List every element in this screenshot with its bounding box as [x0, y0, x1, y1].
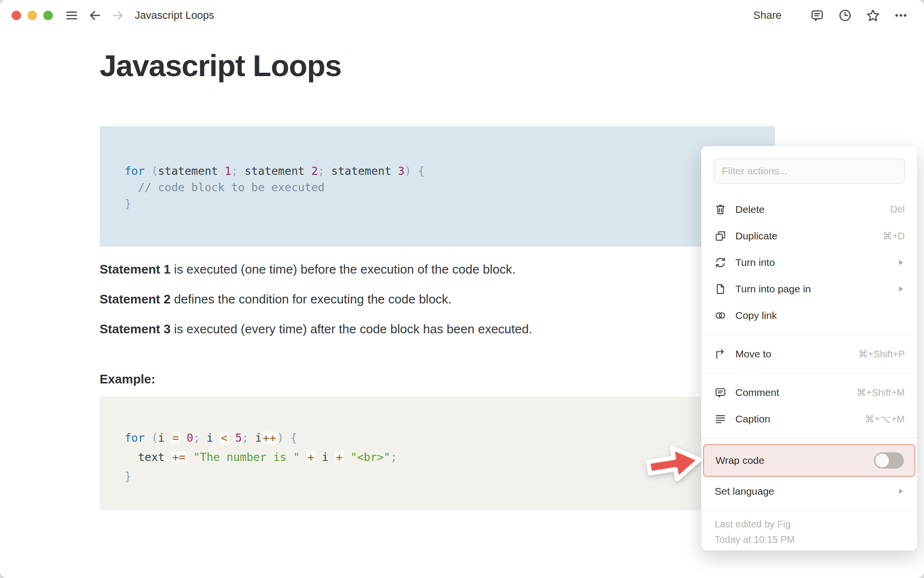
sidebar-menu-button[interactable] [64, 7, 80, 24]
menu-item-wrap-code[interactable]: Wrap code [703, 444, 915, 477]
more-options-button[interactable] [892, 7, 910, 24]
code-line: // code block to be executed [125, 179, 775, 196]
menu-item-label: Copy link [735, 310, 905, 321]
shortcut-hint: ⌘+Shift+M [857, 387, 905, 398]
submenu-arrow-icon [897, 259, 905, 266]
share-button[interactable]: Share [753, 9, 782, 22]
app-window: Javascript Loops Share Javascript Loops … [0, 0, 924, 578]
code-line: for (i = 0; i < 5; i++) { [125, 428, 775, 447]
star-icon [866, 8, 880, 23]
menu-divider [701, 373, 917, 373]
nav-back-button[interactable] [87, 7, 103, 24]
top-bar: Javascript Loops Share [0, 0, 924, 31]
turn-into-icon [714, 256, 727, 269]
shortcut-hint: ⌘+⌥+M [865, 413, 905, 425]
menu-item-turn-into[interactable]: Turn into [701, 249, 917, 276]
breadcrumb-title: Javascript Loops [135, 9, 214, 22]
comment-bubble-icon [810, 8, 824, 23]
copy-link-icon [714, 309, 727, 322]
arrow-left-icon [88, 8, 102, 23]
page-icon [714, 282, 727, 295]
menu-item-label: Turn into page in [735, 283, 897, 295]
shortcut-hint: ⌘+Shift+P [858, 348, 905, 360]
history-button[interactable] [836, 7, 854, 24]
nav-forward-button[interactable] [110, 7, 126, 24]
menu-item-label: Turn into [735, 257, 897, 268]
menu-item-turn-into-page-in[interactable]: Turn into page in [701, 276, 917, 302]
menu-item-comment[interactable]: Comment⌘+Shift+M [701, 379, 917, 406]
submenu-arrow-icon [897, 487, 905, 495]
menu-divider [701, 438, 917, 438]
code-line: for (statement 1; statement 2; statement… [125, 163, 775, 179]
hamburger-icon [64, 8, 79, 23]
duplicate-icon [714, 229, 727, 242]
shortcut-hint: Del [890, 204, 905, 215]
menu-item-label: Set language [714, 486, 897, 497]
zoom-window-button[interactable] [43, 11, 53, 20]
code-line: } [125, 467, 775, 486]
menu-divider [701, 334, 917, 335]
menu-item-label: Comment [735, 387, 857, 398]
menu-item-caption[interactable]: Caption⌘+⌥+M [701, 406, 917, 432]
code-line: } [125, 196, 775, 212]
submenu-arrow-icon [897, 285, 905, 293]
code-line: text += "The number is " + i + "<br>"; [125, 447, 775, 467]
code-block-example[interactable]: for (i = 0; i < 5; i++) { text += "The n… [100, 396, 775, 510]
ellipsis-icon [894, 8, 908, 23]
menu-item-label: Delete [735, 204, 890, 215]
comments-button[interactable] [808, 7, 826, 24]
menu-item-copy-link[interactable]: Copy link [701, 302, 917, 328]
code-block-syntax[interactable]: for (statement 1; statement 2; statement… [100, 126, 775, 247]
trash-icon [714, 203, 727, 216]
block-actions-menu: DeleteDelDuplicate⌘+DTurn intoTurn into … [701, 146, 917, 551]
minimize-window-button[interactable] [27, 11, 37, 20]
close-window-button[interactable] [12, 11, 21, 20]
menu-item-set-language[interactable]: Set language [701, 478, 917, 504]
menu-item-label: Wrap code [715, 455, 874, 466]
comment-icon [714, 386, 727, 399]
menu-item-label: Duplicate [735, 230, 883, 242]
arrow-right-icon [111, 8, 125, 23]
filter-actions-input[interactable] [714, 158, 905, 184]
menu-item-label: Move to [735, 348, 858, 360]
menu-item-delete[interactable]: DeleteDel [701, 196, 917, 223]
menu-divider [701, 510, 917, 511]
shortcut-hint: ⌘+D [883, 230, 905, 242]
move-to-icon [714, 347, 727, 360]
page-title: Javascript Loops [100, 48, 924, 83]
caption-icon [714, 412, 727, 425]
menu-meta-today-at-10-15-pm: Today at 10:15 PM [701, 532, 917, 547]
wrap-code-toggle[interactable] [874, 452, 904, 469]
menu-item-label: Caption [735, 413, 865, 425]
favorite-button[interactable] [864, 7, 882, 24]
menu-item-duplicate[interactable]: Duplicate⌘+D [701, 223, 917, 249]
clock-icon [838, 8, 852, 23]
menu-item-move-to[interactable]: Move to⌘+Shift+P [701, 341, 917, 367]
window-controls [12, 11, 53, 20]
menu-meta-last-edited-by-fig: Last edited by Fig [701, 516, 917, 532]
